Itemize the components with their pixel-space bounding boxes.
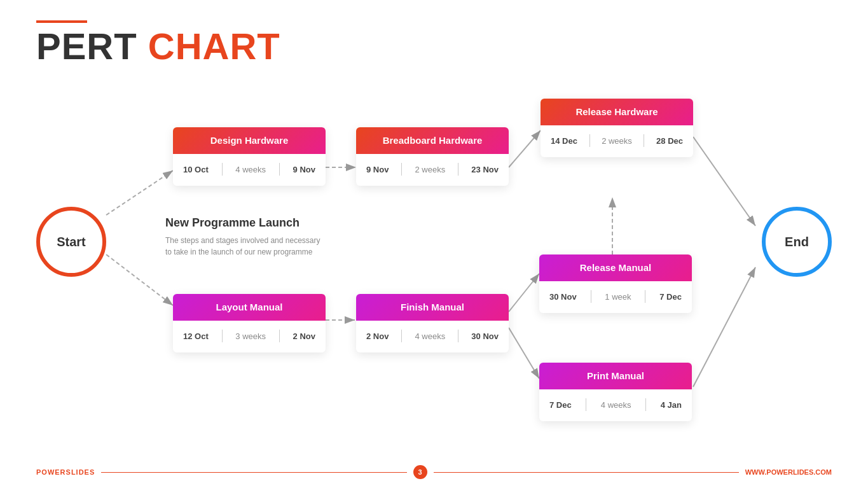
finish-end: 30 Nov	[471, 331, 499, 341]
release-hw-end: 28 Dec	[656, 136, 683, 146]
card-body-release-hw: 14 Dec 2 weeks 28 Dec	[541, 125, 693, 157]
sep9	[401, 330, 402, 342]
page: PERT CHART	[0, 0, 868, 488]
card-body-layout: 12 Oct 3 weeks 2 Nov	[173, 321, 326, 352]
card-breadboard-hardware: Breadboard Hardware 9 Nov 2 weeks 23 Nov	[356, 127, 509, 186]
end-label: End	[785, 235, 809, 249]
card-design-hardware: Design Hardware 10 Oct 4 weeks 9 Nov	[173, 127, 326, 186]
layout-end: 2 Nov	[293, 331, 315, 341]
sep11	[591, 290, 591, 303]
header-accent-line	[36, 20, 87, 23]
card-header-release-hw: Release Hardware	[541, 99, 693, 125]
footer-slides: SLIDES	[66, 468, 95, 476]
footer-brand: POWERSLIDES	[36, 468, 95, 476]
card-body-breadboard: 9 Nov 2 weeks 23 Nov	[356, 154, 509, 186]
footer-line-left	[101, 472, 406, 473]
card-layout-manual: Layout Manual 12 Oct 3 weeks 2 Nov	[173, 294, 326, 352]
start-label: Start	[57, 235, 86, 249]
footer-url: WWW.POWERLIDES.COM	[745, 468, 832, 476]
breadboard-end: 23 Nov	[471, 165, 499, 174]
sep6	[644, 134, 644, 147]
footer-power: POWER	[36, 468, 66, 476]
start-circle: Start	[36, 207, 106, 277]
card-title-release-m: Release Manual	[580, 262, 652, 273]
footer-page-number: 3	[413, 465, 427, 479]
card-header-layout: Layout Manual	[173, 294, 326, 321]
card-title-layout: Layout Manual	[216, 302, 282, 312]
card-header-finish: Finish Manual	[356, 294, 509, 321]
sep1	[222, 163, 223, 176]
finish-duration: 4 weeks	[415, 331, 446, 341]
release-m-end: 7 Dec	[659, 292, 682, 302]
release-m-start: 30 Nov	[549, 292, 577, 302]
sep8	[279, 330, 280, 342]
arrow-breadboard-release	[509, 130, 541, 167]
design-start: 10 Oct	[183, 165, 209, 174]
print-duration: 4 weeks	[601, 400, 631, 410]
release-m-duration: 1 week	[605, 292, 631, 302]
sep13	[586, 398, 586, 411]
layout-duration: 3 weeks	[235, 331, 266, 341]
card-body-design: 10 Oct 4 weeks 9 Nov	[173, 154, 326, 186]
title-pert: PERT	[36, 25, 137, 67]
card-title-breadboard: Breadboard Hardware	[383, 135, 483, 146]
arrow-finish-print	[509, 328, 539, 379]
page-title: PERT CHART	[36, 28, 280, 65]
card-title-release-hw: Release Hardware	[575, 106, 658, 117]
breadboard-start: 9 Nov	[366, 165, 389, 174]
arrow-start-layout	[106, 254, 173, 305]
desc-text: The steps and stages involved and necess…	[165, 235, 324, 258]
design-duration: 4 weeks	[235, 165, 266, 174]
arrow-finish-release-manual	[509, 274, 539, 312]
print-start: 7 Dec	[549, 400, 572, 410]
card-print-manual: Print Manual 7 Dec 4 weeks 4 Jan	[539, 363, 692, 421]
card-header-release-m: Release Manual	[539, 254, 692, 281]
card-body-print: 7 Dec 4 weeks 4 Jan	[539, 389, 692, 421]
card-release-hardware: Release Hardware 14 Dec 2 weeks 28 Dec	[541, 99, 693, 157]
sep5	[589, 134, 590, 147]
desc-title: New Programme Launch	[165, 216, 324, 230]
release-hw-duration: 2 weeks	[602, 136, 632, 146]
sep3	[401, 163, 402, 176]
card-header-design: Design Hardware	[173, 127, 326, 154]
card-header-breadboard: Breadboard Hardware	[356, 127, 509, 154]
sep2	[279, 163, 280, 176]
arrow-start-design	[106, 171, 173, 215]
description-box: New Programme Launch The steps and stage…	[165, 216, 324, 258]
sep4	[458, 163, 458, 176]
layout-start: 12 Oct	[183, 331, 209, 341]
card-body-release-m: 30 Nov 1 week 7 Dec	[539, 281, 692, 313]
card-header-print: Print Manual	[539, 363, 692, 389]
card-title-print: Print Manual	[587, 370, 644, 381]
arrow-print-end	[693, 267, 755, 387]
card-finish-manual: Finish Manual 2 Nov 4 weeks 30 Nov	[356, 294, 509, 352]
title-chart2: CHART	[148, 25, 280, 67]
release-hw-start: 14 Dec	[551, 136, 577, 146]
arrow-hardware-end	[693, 137, 755, 226]
card-release-manual: Release Manual 30 Nov 1 week 7 Dec	[539, 254, 692, 313]
footer: POWERSLIDES 3 WWW.POWERLIDES.COM	[0, 465, 868, 479]
design-end: 9 Nov	[293, 165, 315, 174]
arrows-overlay	[0, 0, 868, 488]
end-circle: End	[762, 207, 832, 277]
card-title-finish: Finish Manual	[401, 302, 464, 312]
sep7	[222, 330, 223, 342]
footer-line-right	[434, 472, 739, 473]
sep14	[645, 398, 646, 411]
finish-start: 2 Nov	[366, 331, 389, 341]
sep12	[645, 290, 645, 303]
card-body-finish: 2 Nov 4 weeks 30 Nov	[356, 321, 509, 352]
header: PERT CHART	[36, 20, 280, 65]
breadboard-duration: 2 weeks	[415, 165, 446, 174]
sep10	[458, 330, 458, 342]
card-title-design: Design Hardware	[210, 135, 289, 146]
print-end: 4 Jan	[661, 400, 682, 410]
